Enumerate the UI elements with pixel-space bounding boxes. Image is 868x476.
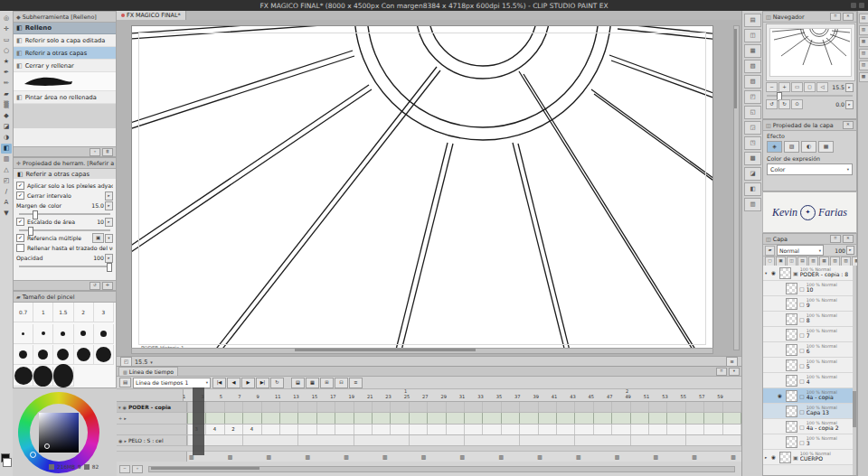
timeline-menu-icon[interactable]: ≡ — [349, 378, 363, 388]
stepper-icon[interactable]: ▸ — [105, 254, 113, 263]
layer-row[interactable]: ▢ 100 % Normal 9 — [763, 296, 853, 312]
layer-row[interactable]: ▢ 100 % Normal 6 — [763, 342, 853, 358]
marquee-tool-icon[interactable]: ▭ — [1, 35, 12, 45]
navigator-header[interactable]: ◫ Navegador ≡ ✕ — [763, 12, 856, 23]
airbrush-tool-icon[interactable]: ▒ — [1, 100, 12, 110]
navigator-zoom-slider[interactable] — [767, 94, 853, 98]
panel-shortcut-icon[interactable]: ◱ — [744, 106, 761, 119]
prev-frame-button[interactable]: ◀ — [227, 378, 241, 388]
cel-number[interactable]: 4 — [242, 425, 260, 434]
timeline-zoom-in-icon[interactable]: ＋ — [132, 465, 143, 473]
brush-tool-icon[interactable]: ▰ — [1, 89, 12, 99]
edge-panel-icon[interactable]: ▧ — [859, 49, 868, 59]
cel-number[interactable]: 2 — [224, 425, 242, 434]
brush-size-preset[interactable]: 3 — [94, 303, 114, 322]
reset-settings-button[interactable]: ↺ — [90, 282, 100, 290]
camera-marker-icon[interactable]: ▥ — [535, 454, 574, 460]
camera-marker-icon[interactable]: ▥ — [381, 454, 420, 460]
expression-color-select[interactable]: Color ▾ — [767, 163, 853, 175]
sv-marker[interactable] — [44, 443, 50, 449]
delete-frame-icon[interactable]: ⊟ — [335, 378, 348, 388]
subtool-panel-header[interactable]: ◆ Subherramienta [Relleno] — [14, 12, 116, 23]
timeline-settings-icon[interactable]: ▤ — [119, 378, 131, 387]
cel-number[interactable]: 4 — [205, 425, 223, 434]
chevron-right-icon[interactable]: ▸ — [124, 415, 127, 421]
camera-marker-icon[interactable]: ▥ — [690, 454, 729, 460]
stepper-icon[interactable]: ▸ — [846, 246, 854, 255]
eye-icon[interactable]: ◉ — [123, 405, 127, 410]
color-margin-slider[interactable] — [16, 210, 113, 217]
onion-skin-icon[interactable]: ▤ — [291, 378, 305, 388]
wand-tool-icon[interactable]: ★ — [1, 57, 12, 67]
layer-property-header[interactable]: ◫ Propiedad de la capa ✕ — [763, 120, 856, 131]
timeline-menu-icon[interactable]: ≡ — [716, 368, 727, 376]
eyedropper-tool-icon[interactable]: ▼ — [1, 209, 12, 219]
panel-shortcut-icon[interactable]: ▧ — [744, 60, 761, 73]
layer-row[interactable]: ▢ 100 % Normal 5 — [763, 358, 853, 373]
brush-size-preset[interactable] — [14, 324, 33, 344]
timeline-selector[interactable]: Línea de tiempos 1 ▾ — [133, 378, 211, 388]
layer-row[interactable]: ▢ 100 % Normal 3 — [763, 434, 853, 450]
rotate-right-icon[interactable]: ↻ — [778, 99, 790, 109]
timeline-ruler[interactable]: 1 2 1 3 5 7 9 11 — [117, 389, 741, 402]
tone-effect-icon[interactable]: ▨ — [784, 141, 799, 153]
timeline-tab[interactable]: ▥ Línea de tiempo — [118, 367, 178, 376]
timeline-zoom-out-icon[interactable]: − — [119, 465, 130, 473]
expand-icon[interactable]: ▸ — [765, 455, 769, 460]
text-tool-icon[interactable]: A — [1, 198, 12, 208]
zoom-dropdown-icon[interactable]: ▾ — [150, 359, 153, 365]
timeline-collapse-icon[interactable]: ▾ — [729, 368, 740, 376]
move-tool-icon[interactable]: ✛ — [1, 24, 12, 34]
play-button[interactable]: ▶ — [241, 378, 255, 388]
opacity-slider[interactable] — [16, 263, 113, 269]
decoration-tool-icon[interactable]: ◆ — [1, 111, 12, 121]
ruler-tool-icon[interactable]: ∕ — [1, 187, 12, 197]
panel-shortcut-icon[interactable]: ◳ — [744, 136, 761, 150]
camera-marker-icon[interactable]: ▥ — [613, 454, 652, 460]
layer-row[interactable]: ▢ 100 % Normal 4 — [763, 373, 853, 388]
cel-number-strip[interactable]: 3 4 2 4 — [187, 425, 741, 434]
track-frames-area[interactable] — [187, 402, 741, 412]
timeline-playhead[interactable] — [193, 387, 204, 455]
camera-marker-icon[interactable]: ▥ — [574, 454, 613, 460]
brush-size-header[interactable]: ▰ Tamaño del pincel — [14, 292, 116, 303]
stepper-icon[interactable]: ▸ — [105, 191, 113, 201]
lasso-tool-icon[interactable]: ○ — [1, 46, 12, 56]
edge-panel-icon[interactable]: ▤ — [859, 14, 868, 23]
zoom-out-icon[interactable]: − — [766, 82, 778, 92]
rotate-left-icon[interactable]: ↺ — [766, 99, 778, 109]
checkbox[interactable]: ✓ — [16, 234, 24, 242]
panel-menu-icon[interactable]: ≡ — [830, 13, 841, 21]
eye-icon[interactable]: ◉ — [118, 438, 122, 443]
hue-marker[interactable] — [30, 452, 36, 458]
show-all-settings-button[interactable]: ✛ — [102, 282, 113, 290]
camera-marker-icon[interactable]: ▥ — [265, 454, 304, 460]
layer-row[interactable]: ▢ 100 % Normal 7 — [763, 327, 853, 342]
layer-color-effect-icon[interactable]: ◐ — [801, 141, 816, 153]
timeline-scrollbar[interactable] — [148, 466, 735, 472]
figure-tool-icon[interactable]: △ — [1, 165, 12, 175]
document-tab[interactable]: FX MAGICO FINAL* — [117, 11, 186, 20]
multiple-reference-layers-icon[interactable]: ▣ — [92, 233, 104, 243]
brush-size-preset[interactable] — [14, 367, 33, 387]
plus-icon[interactable]: + — [118, 415, 122, 421]
camera-marker-icon[interactable]: ▥ — [303, 454, 342, 460]
hue-ring[interactable] — [18, 392, 99, 473]
canvas[interactable]: PODER Historia 1 — [131, 25, 713, 352]
brush-size-preset[interactable] — [53, 367, 73, 387]
pen-tool-icon[interactable]: ✒ — [1, 68, 12, 78]
track-name-cell[interactable]: ▾ ◉ PODER - copia — [117, 402, 187, 412]
actual-size-icon[interactable]: ◻ — [804, 82, 816, 92]
blend-mode-select[interactable]: Normal ▾ — [777, 245, 824, 256]
vertical-scrollbar[interactable] — [733, 25, 740, 350]
subtool-group-header[interactable]: ◧ Relleno — [14, 23, 116, 34]
camera-marker-icon[interactable]: ▥ — [420, 454, 458, 460]
brush-size-preset[interactable] — [33, 345, 53, 365]
panel-shortcut-icon[interactable]: ▩ — [744, 152, 761, 165]
next-frame-button[interactable]: ▶| — [256, 378, 269, 388]
eye-icon[interactable]: ◉ — [771, 454, 778, 460]
eye-icon[interactable]: ◉ — [778, 393, 784, 398]
border-effect-icon[interactable]: ◈ — [767, 141, 782, 153]
fit-to-screen-icon[interactable]: ▭ — [791, 82, 803, 92]
track-name-cell[interactable]: + ▸ — [117, 413, 187, 424]
